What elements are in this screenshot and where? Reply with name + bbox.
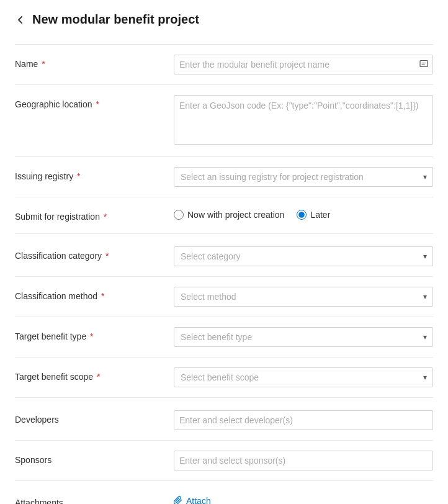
required-indicator: * [74, 171, 80, 181]
benefit-scope-select-wrapper: Select benefit scope ▾ [174, 367, 433, 387]
class-cat-row: Classification category * Select categor… [15, 236, 433, 277]
geo-row: Geographic location * [15, 85, 433, 157]
radio-group: Now with project creation Later [174, 207, 433, 220]
benefit-scope-label: Target benefit scope * [15, 367, 164, 384]
attachments-label: Attachments [15, 493, 164, 504]
class-method-row: Classification method * Select method ▾ [15, 277, 433, 317]
radio-later-label: Later [310, 210, 330, 220]
class-cat-select[interactable]: Select category [174, 246, 433, 266]
issuing-select-wrapper: Select an issuing registry for project r… [174, 167, 433, 187]
class-method-select-wrapper: Select method ▾ [174, 287, 433, 307]
required-indicator: * [39, 59, 45, 69]
developers-row: Developers [15, 400, 433, 441]
sponsors-label: Sponsors [15, 451, 164, 467]
class-cat-label: Classification category * [15, 246, 164, 263]
benefit-scope-select[interactable]: Select benefit scope [174, 367, 433, 387]
sponsors-input[interactable] [174, 451, 433, 470]
benefit-type-row: Target benefit type * Select benefit typ… [15, 317, 433, 358]
attach-section: Attach [174, 493, 433, 504]
attachments-row: Attachments Attach [15, 484, 433, 504]
page-header: New modular benefit project [15, 12, 433, 27]
name-control [174, 55, 433, 74]
required-indicator: * [87, 331, 93, 341]
class-method-label: Classification method * [15, 287, 164, 303]
paperclip-icon [174, 496, 182, 504]
benefit-type-label: Target benefit type * [15, 327, 164, 343]
benefit-scope-control: Select benefit scope ▾ [174, 367, 433, 387]
name-input[interactable] [174, 55, 433, 74]
page-title: New modular benefit project [32, 12, 199, 27]
submit-label: Submit for registration * [15, 207, 164, 223]
geo-textarea[interactable] [174, 95, 433, 145]
submit-row: Submit for registration * Now with proje… [15, 197, 433, 234]
form-section: Name * Geographic location * Iss [15, 44, 433, 504]
required-indicator: * [99, 291, 104, 301]
class-cat-control: Select category ▾ [174, 246, 433, 266]
class-cat-select-wrapper: Select category ▾ [174, 246, 433, 266]
developers-input[interactable] [174, 410, 433, 430]
required-indicator: * [94, 372, 100, 382]
class-method-control: Select method ▾ [174, 287, 433, 307]
name-input-wrap [174, 55, 433, 74]
attach-button[interactable]: Attach [186, 496, 211, 504]
required-indicator: * [101, 212, 107, 222]
required-indicator: * [94, 99, 99, 109]
geo-control [174, 95, 433, 146]
radio-now[interactable] [174, 210, 184, 220]
benefit-type-control: Select benefit type ▾ [174, 327, 433, 347]
issuing-select[interactable]: Select an issuing registry for project r… [174, 167, 433, 187]
benefit-type-select-wrapper: Select benefit type ▾ [174, 327, 433, 347]
issuing-control: Select an issuing registry for project r… [174, 167, 433, 187]
benefit-type-select[interactable]: Select benefit type [174, 327, 433, 347]
sponsors-control [174, 451, 433, 470]
radio-option-now[interactable]: Now with project creation [174, 210, 284, 220]
attachments-control: Attach [174, 493, 433, 504]
submit-control: Now with project creation Later [174, 207, 433, 220]
developers-label: Developers [15, 410, 164, 426]
geo-label: Geographic location * [15, 95, 164, 111]
issuing-row: Issuing registry * Select an issuing reg… [15, 157, 433, 197]
back-button[interactable] [15, 14, 26, 25]
radio-option-later[interactable]: Later [297, 210, 330, 220]
benefit-scope-row: Target benefit scope * Select benefit sc… [15, 358, 433, 398]
radio-now-label: Now with project creation [187, 210, 284, 220]
name-row: Name * [15, 45, 433, 85]
name-label: Name * [15, 55, 164, 71]
sponsors-row: Sponsors [15, 441, 433, 481]
class-method-select[interactable]: Select method [174, 287, 433, 307]
issuing-label: Issuing registry * [15, 167, 164, 183]
required-indicator: * [103, 251, 109, 261]
developers-control [174, 410, 433, 430]
radio-later[interactable] [297, 210, 307, 220]
